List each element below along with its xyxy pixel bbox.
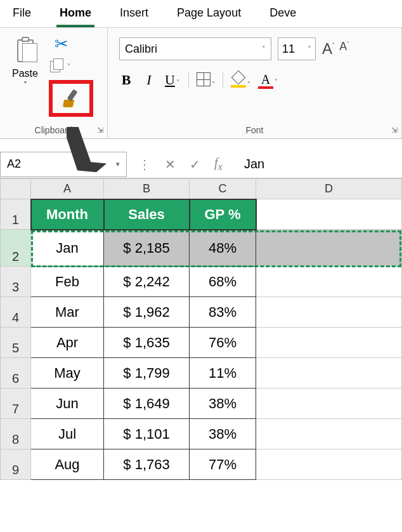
cell-d2[interactable] — [256, 230, 402, 267]
chevron-down-icon: ˅ — [308, 45, 311, 53]
formula-input[interactable]: Jan — [234, 157, 402, 171]
underline-button[interactable]: U˅ — [165, 72, 179, 88]
cell-b8[interactable]: $ 1,101 — [104, 419, 190, 449]
paste-dropdown[interactable]: ˅ — [23, 81, 27, 90]
cancel-formula-button[interactable]: ✕ — [165, 157, 176, 172]
cell-c4[interactable]: 83% — [190, 297, 256, 328]
cell-a7[interactable]: Jun — [31, 389, 104, 419]
cut-button[interactable] — [49, 34, 74, 53]
cell-b1[interactable]: Sales — [104, 199, 190, 230]
grow-font-button[interactable]: Aˆ — [322, 40, 334, 58]
insert-function-button[interactable]: fx — [214, 156, 223, 173]
cell-b3[interactable]: $ 2,242 — [104, 267, 190, 297]
paste-icon — [13, 34, 37, 65]
cell-c5[interactable]: 76% — [190, 328, 256, 358]
cell-d9[interactable] — [256, 449, 402, 480]
row-header-4[interactable]: 4 — [1, 297, 31, 328]
col-header-b[interactable]: B — [104, 179, 190, 199]
font-name-select[interactable]: Calibri ˅ — [119, 37, 271, 60]
cell-a3[interactable]: Feb — [31, 267, 104, 297]
row-header-5[interactable]: 5 — [1, 328, 31, 358]
copy-button[interactable]: ˅ — [49, 58, 93, 74]
cell-a2[interactable]: Jan — [31, 230, 104, 267]
tab-insert[interactable]: Insert — [117, 3, 152, 27]
font-group: Calibri ˅ 11 ˅ Aˆ Aˇ B I U˅ ˅ ˅ — [108, 28, 402, 138]
cell-d6[interactable] — [256, 358, 402, 389]
cell-b6[interactable]: $ 1,799 — [104, 358, 190, 389]
cell-c2[interactable]: 48% — [190, 230, 256, 267]
formula-bar: A2 ▾ ⋮ ✕ ✓ fx Jan — [0, 150, 402, 178]
cell-c1[interactable]: GP % — [190, 199, 256, 230]
ribbon: Paste ˅ ˅ Clipboard ⇲ Calibri ˅ — [0, 28, 402, 139]
cell-b2[interactable]: $ 2,185 — [104, 230, 190, 267]
borders-button[interactable]: ˅ — [197, 72, 215, 88]
cell-a5[interactable]: Apr — [31, 328, 104, 358]
cell-c3[interactable]: 68% — [190, 267, 256, 297]
row-header-2[interactable]: 2 — [1, 230, 31, 267]
font-group-label: Font — [119, 123, 390, 135]
ribbon-tabs: File Home Insert Page Layout Deve — [0, 0, 402, 28]
cell-b5[interactable]: $ 1,635 — [104, 328, 190, 358]
cell-b7[interactable]: $ 1,649 — [104, 389, 190, 419]
tab-page-layout[interactable]: Page Layout — [174, 3, 244, 27]
cell-a9[interactable]: Aug — [31, 449, 104, 480]
cell-c9[interactable]: 77% — [190, 449, 256, 480]
row-header-6[interactable]: 6 — [1, 358, 31, 389]
row-header-9[interactable]: 9 — [1, 449, 31, 480]
paste-button[interactable]: Paste ˅ — [8, 34, 42, 117]
enter-formula-button[interactable]: ✓ — [190, 157, 200, 172]
fill-color-button[interactable]: ˅ — [231, 72, 250, 88]
cell-a8[interactable]: Jul — [31, 419, 104, 449]
cell-d3[interactable] — [256, 267, 402, 297]
select-all-corner[interactable] — [1, 179, 31, 199]
shrink-font-button[interactable]: Aˇ — [339, 40, 349, 58]
paint-bucket-icon — [231, 72, 246, 86]
paste-label: Paste — [12, 68, 38, 79]
cell-d7[interactable] — [256, 389, 402, 419]
tab-file[interactable]: File — [10, 3, 34, 27]
font-size-value: 11 — [282, 43, 295, 56]
formula-more-button[interactable]: ⋮ — [138, 157, 151, 172]
italic-button[interactable]: I — [142, 72, 156, 88]
font-color-button[interactable]: A˅ — [258, 72, 278, 88]
tab-developer[interactable]: Deve — [266, 3, 299, 27]
font-launcher[interactable]: ⇲ — [391, 126, 398, 135]
cell-c7[interactable]: 38% — [190, 389, 256, 419]
col-header-a[interactable]: A — [31, 179, 104, 199]
row-header-8[interactable]: 8 — [1, 419, 31, 449]
row-header-1[interactable]: 1 — [1, 199, 31, 230]
col-header-c[interactable]: C — [190, 179, 256, 199]
font-color-icon: A — [258, 72, 273, 88]
cell-d5[interactable] — [256, 328, 402, 358]
borders-icon — [197, 72, 211, 86]
brush-icon — [61, 88, 81, 109]
chevron-down-icon: ˅ — [262, 45, 266, 53]
cell-a4[interactable]: Mar — [31, 297, 104, 328]
row-header-7[interactable]: 7 — [1, 389, 31, 419]
cell-b4[interactable]: $ 1,962 — [104, 297, 190, 328]
cell-d4[interactable] — [256, 297, 402, 328]
font-size-select[interactable]: 11 ˅ — [278, 37, 316, 60]
name-box-value: A2 — [7, 157, 21, 171]
cell-b9[interactable]: $ 1,763 — [104, 449, 190, 480]
copy-dropdown[interactable]: ˅ — [67, 63, 70, 70]
col-header-d[interactable]: D — [256, 179, 402, 199]
cell-c6[interactable]: 11% — [190, 358, 256, 389]
cell-a1[interactable]: Month — [31, 199, 104, 230]
svg-marker-0 — [67, 127, 110, 173]
cell-d1[interactable] — [256, 199, 402, 230]
font-name-value: Calibri — [125, 43, 157, 56]
cell-a6[interactable]: May — [31, 358, 104, 389]
cell-c8[interactable]: 38% — [190, 419, 256, 449]
bold-button[interactable]: B — [119, 72, 133, 88]
scissors-icon — [55, 34, 68, 54]
format-painter-button[interactable] — [49, 80, 93, 117]
spreadsheet-grid: A B C D 1 Month Sales GP % 2 Jan $ 2,185… — [0, 178, 402, 480]
copy-icon — [49, 58, 64, 74]
cell-d8[interactable] — [256, 419, 402, 449]
tab-home[interactable]: Home — [56, 3, 94, 27]
row-header-3[interactable]: 3 — [1, 267, 31, 297]
clipboard-group: Paste ˅ ˅ Clipboard ⇲ — [0, 28, 108, 138]
